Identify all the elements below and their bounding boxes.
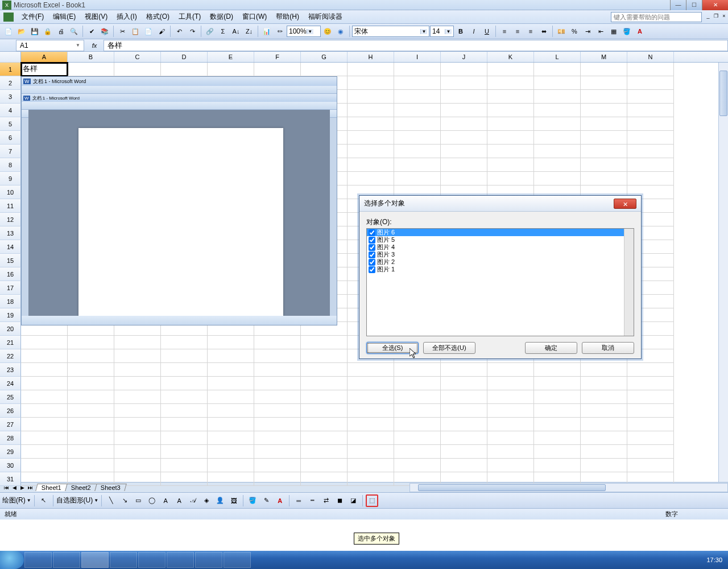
cell[interactable] <box>348 377 394 390</box>
taskbar-item[interactable] <box>195 552 222 568</box>
list-item-checkbox[interactable] <box>369 251 375 258</box>
cell[interactable] <box>68 63 114 76</box>
cell[interactable] <box>254 418 301 431</box>
cell[interactable] <box>534 445 581 459</box>
cell[interactable] <box>534 90 581 104</box>
cell[interactable] <box>348 158 394 172</box>
row-header[interactable]: 23 <box>0 363 21 377</box>
cell[interactable] <box>627 377 674 390</box>
row-header[interactable]: 24 <box>0 377 21 390</box>
cell[interactable] <box>68 349 114 363</box>
cell[interactable] <box>581 131 627 145</box>
taskbar-clock[interactable]: 17:30 <box>701 555 728 564</box>
cell[interactable] <box>487 90 534 104</box>
cell[interactable] <box>627 104 674 117</box>
line-color-button[interactable]: ✎ <box>260 494 272 507</box>
cell[interactable] <box>441 104 487 117</box>
cell[interactable] <box>348 431 394 445</box>
cell[interactable] <box>487 76 534 90</box>
cancel-button[interactable]: 取消 <box>582 342 634 354</box>
cell[interactable] <box>254 363 301 377</box>
sheet-tab-1[interactable]: Sheet1 <box>35 484 67 491</box>
row-header[interactable]: 4 <box>0 104 21 117</box>
row-header[interactable]: 15 <box>0 254 21 267</box>
save-button[interactable]: 💾 <box>28 25 41 38</box>
cell[interactable] <box>394 445 441 459</box>
cell[interactable] <box>534 404 581 418</box>
textbox-button[interactable]: A <box>159 494 172 507</box>
cell[interactable] <box>208 459 254 472</box>
cell[interactable] <box>208 445 254 459</box>
cell[interactable] <box>21 377 68 390</box>
copy-button[interactable]: 📋 <box>129 25 142 38</box>
redo-button[interactable]: ↷ <box>186 25 198 38</box>
cell[interactable] <box>68 418 114 431</box>
cell[interactable] <box>68 404 114 418</box>
cell[interactable] <box>534 459 581 472</box>
cell[interactable] <box>487 377 534 390</box>
cell[interactable] <box>627 418 674 431</box>
cell[interactable] <box>627 404 674 418</box>
3d-button[interactable]: ◪ <box>347 494 359 507</box>
drawing-button[interactable]: ✏ <box>274 25 286 38</box>
list-scrollbar[interactable] <box>624 229 634 336</box>
cell[interactable] <box>627 90 674 104</box>
new-button[interactable]: 📄 <box>2 25 15 38</box>
cell[interactable] <box>534 63 581 76</box>
cell[interactable] <box>534 172 581 185</box>
cell[interactable] <box>487 418 534 431</box>
cell[interactable] <box>627 431 674 445</box>
cell[interactable] <box>21 459 68 472</box>
borders-button[interactable]: ▦ <box>607 25 620 38</box>
cell[interactable] <box>441 363 487 377</box>
row-header[interactable]: 9 <box>0 172 21 185</box>
menu-tools[interactable]: 工具(T) <box>174 11 205 23</box>
row-header[interactable]: 29 <box>0 445 21 459</box>
row-header[interactable]: 18 <box>0 295 21 308</box>
vertical-textbox-button[interactable]: A <box>173 494 185 507</box>
list-item-checkbox[interactable] <box>369 259 375 266</box>
cell[interactable] <box>161 336 208 349</box>
cell[interactable] <box>161 404 208 418</box>
format-painter-button[interactable]: 🖌 <box>155 25 168 38</box>
cell[interactable] <box>581 104 627 117</box>
cell[interactable] <box>581 145 627 158</box>
cell[interactable] <box>441 90 487 104</box>
cell[interactable] <box>487 63 534 76</box>
cell[interactable] <box>487 117 534 131</box>
permission-button[interactable]: 🔒 <box>42 25 54 38</box>
autoshapes-menu[interactable]: 自选图形(U) <box>56 496 93 505</box>
sort-asc-button[interactable]: A↓ <box>230 25 242 38</box>
cell[interactable] <box>208 377 254 390</box>
cell[interactable] <box>441 131 487 145</box>
list-item-checkbox[interactable] <box>369 266 375 273</box>
cell[interactable] <box>348 131 394 145</box>
cell[interactable] <box>487 158 534 172</box>
menu-insert[interactable]: 插入(I) <box>112 11 141 23</box>
fx-button[interactable]: fx <box>89 42 100 49</box>
cell[interactable] <box>441 404 487 418</box>
cell[interactable] <box>627 172 674 185</box>
select-all-corner[interactable] <box>0 52 21 63</box>
sheet-tab-3[interactable]: Sheet3 <box>94 484 126 491</box>
cell[interactable] <box>394 90 441 104</box>
cell[interactable] <box>581 459 627 472</box>
cell[interactable] <box>627 145 674 158</box>
list-item[interactable]: 图片 2 <box>367 258 634 266</box>
bold-button[interactable]: B <box>454 25 467 38</box>
column-header[interactable]: L <box>534 52 581 62</box>
cell[interactable] <box>161 377 208 390</box>
dash-style-button[interactable]: ┅ <box>306 494 318 507</box>
cell[interactable] <box>301 390 348 404</box>
spelling-button[interactable]: ✔ <box>85 25 98 38</box>
cell[interactable] <box>441 390 487 404</box>
research-button[interactable]: 📚 <box>98 25 111 38</box>
cell[interactable] <box>394 63 441 76</box>
percent-button[interactable]: % <box>568 25 581 38</box>
cell[interactable] <box>627 76 674 90</box>
menu-window[interactable]: 窗口(W) <box>238 11 271 23</box>
cell[interactable] <box>68 459 114 472</box>
cell[interactable] <box>534 158 581 172</box>
taskbar-item[interactable] <box>110 552 137 568</box>
cell[interactable] <box>348 363 394 377</box>
